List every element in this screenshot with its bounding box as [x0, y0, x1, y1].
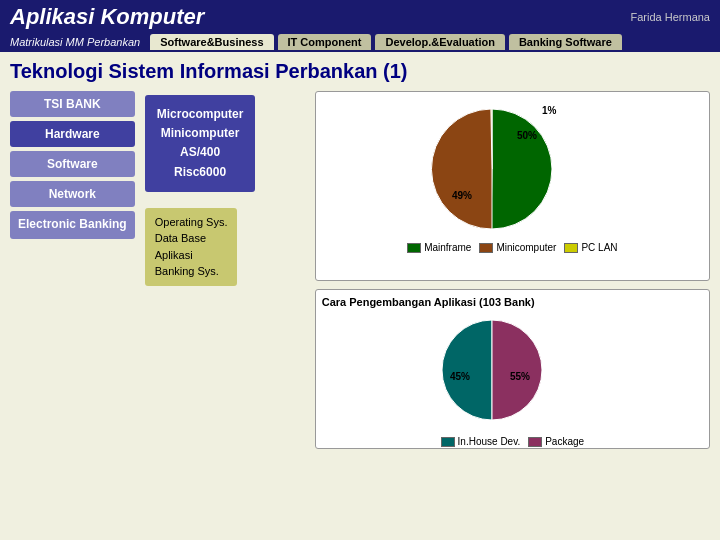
legend-inhouse: In.House Dev.	[441, 436, 521, 447]
header: Aplikasi Komputer Farida Hermana	[0, 0, 720, 32]
legend-label-package: Package	[545, 436, 584, 447]
legend-color-minicomputer	[479, 243, 493, 253]
chart-bottom: Cara Pengembangan Aplikasi (103 Bank) 45…	[315, 289, 710, 449]
sidebar-item-tsi-bank[interactable]: TSI BANK	[10, 91, 135, 117]
legend-package: Package	[528, 436, 584, 447]
tab-banking-software[interactable]: Banking Software	[509, 34, 622, 50]
info-line-2: Minicomputer	[161, 126, 240, 140]
legend-pclan: PC LAN	[564, 242, 617, 253]
sidebar-item-software[interactable]: Software	[10, 151, 135, 177]
tab-develop-evaluation[interactable]: Develop.&Evaluation	[375, 34, 504, 50]
info-line-3: AS/400	[180, 145, 220, 159]
svg-text:45%: 45%	[450, 371, 470, 382]
pie-svg-bottom: 45% 55%	[412, 312, 612, 432]
info-box-hardware: Microcomputer Minicomputer AS/400 Risc60…	[145, 95, 256, 192]
arrow-line-2: Data Base	[155, 232, 206, 244]
app-title: Aplikasi Komputer	[10, 4, 204, 30]
legend-minicomputer: Minicomputer	[479, 242, 556, 253]
info-line-4: Risc6000	[174, 165, 226, 179]
svg-text:49%: 49%	[452, 190, 472, 201]
arrow-line-4: Banking Sys.	[155, 265, 219, 277]
legend-color-pclan	[564, 243, 578, 253]
navbar-subtitle: Matrikulasi MM Perbankan	[10, 36, 140, 48]
content-area: Teknologi Sistem Informasi Perbankan (1)…	[0, 52, 720, 540]
right-panel: 50% 49% 1% Mainframe Minicomputer	[315, 91, 710, 449]
legend-label-minicomputer: Minicomputer	[496, 242, 556, 253]
main-layout: TSI BANK Hardware Software Network Elect…	[10, 91, 710, 449]
sidebar-item-hardware[interactable]: Hardware	[10, 121, 135, 147]
pie-chart-top: 50% 49% 1%	[322, 98, 703, 238]
legend-color-package	[528, 437, 542, 447]
navbar: Matrikulasi MM Perbankan Software&Busine…	[0, 32, 720, 52]
legend-color-mainframe	[407, 243, 421, 253]
arrow-line-3: Aplikasi	[155, 249, 193, 261]
legend-label-pclan: PC LAN	[581, 242, 617, 253]
pie-svg-top: 50% 49% 1%	[402, 91, 622, 246]
legend-label-mainframe: Mainframe	[424, 242, 471, 253]
arrow-line-1: Operating Sys.	[155, 216, 228, 228]
chart-top: 50% 49% 1% Mainframe Minicomputer	[315, 91, 710, 281]
legend-label-inhouse: In.House Dev.	[458, 436, 521, 447]
legend-color-inhouse	[441, 437, 455, 447]
svg-text:55%: 55%	[510, 371, 530, 382]
info-line-1: Microcomputer	[157, 107, 244, 121]
center-panel: Microcomputer Minicomputer AS/400 Risc60…	[145, 91, 305, 449]
sidebar: TSI BANK Hardware Software Network Elect…	[10, 91, 135, 449]
sidebar-item-network[interactable]: Network	[10, 181, 135, 207]
author-label: Farida Hermana	[631, 11, 710, 23]
chart-bottom-subtitle: Cara Pengembangan Aplikasi (103 Bank)	[322, 296, 703, 308]
chart-bottom-legend: In.House Dev. Package	[322, 436, 703, 447]
arrow-box-software: Operating Sys. Data Base Aplikasi Bankin…	[145, 208, 238, 286]
svg-text:50%: 50%	[517, 130, 537, 141]
svg-text:1%: 1%	[542, 105, 557, 116]
tab-software-business[interactable]: Software&Business	[150, 34, 273, 50]
legend-mainframe: Mainframe	[407, 242, 471, 253]
sidebar-item-electronic-banking[interactable]: Electronic Banking	[10, 211, 135, 239]
tab-it-component[interactable]: IT Component	[278, 34, 372, 50]
page-title: Teknologi Sistem Informasi Perbankan (1)	[10, 60, 710, 83]
chart-top-legend: Mainframe Minicomputer PC LAN	[322, 242, 703, 253]
